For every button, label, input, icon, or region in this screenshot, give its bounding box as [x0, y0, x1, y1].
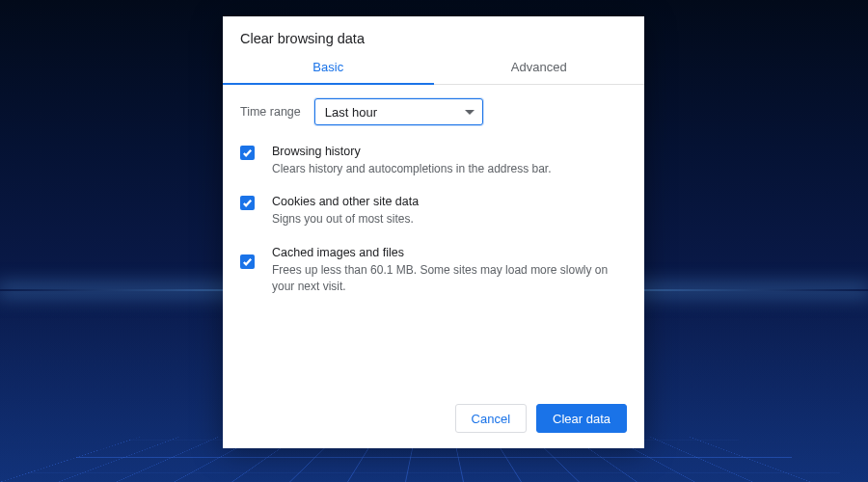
dialog-title: Clear browsing data [223, 16, 644, 60]
browsing-history-checkbox[interactable] [240, 146, 255, 160]
check-icon [242, 198, 253, 208]
tab-advanced[interactable]: Advanced [434, 60, 645, 84]
dialog-actions: Cancel Clear data [223, 390, 644, 448]
item-title: Browsing history [272, 145, 627, 158]
cancel-button[interactable]: Cancel [455, 404, 527, 433]
time-range-select[interactable]: Last hour [314, 98, 483, 125]
item-description: Signs you out of most sites. [272, 211, 627, 228]
item-description: Clears history and autocompletions in th… [272, 161, 627, 177]
list-item: Browsing history Clears history and auto… [240, 145, 627, 177]
item-title: Cookies and other site data [272, 195, 627, 208]
tabs: Basic Advanced [223, 60, 644, 85]
time-range-label: Time range [240, 105, 301, 119]
clear-browsing-data-dialog: Clear browsing data Basic Advanced Time … [223, 16, 644, 448]
time-range-value: Last hour [325, 105, 377, 120]
item-description: Frees up less than 60.1 MB. Some sites m… [272, 262, 627, 296]
check-icon [242, 256, 253, 267]
cached-files-checkbox[interactable] [240, 254, 255, 269]
check-icon [242, 147, 253, 158]
list-item: Cookies and other site data Signs you ou… [240, 195, 627, 228]
list-item: Cached images and files Frees up less th… [240, 246, 627, 296]
tab-basic[interactable]: Basic [223, 60, 434, 84]
caret-down-icon [465, 110, 475, 115]
item-title: Cached images and files [272, 246, 627, 259]
cookies-checkbox[interactable] [240, 196, 255, 210]
clear-data-button[interactable]: Clear data [536, 404, 627, 433]
